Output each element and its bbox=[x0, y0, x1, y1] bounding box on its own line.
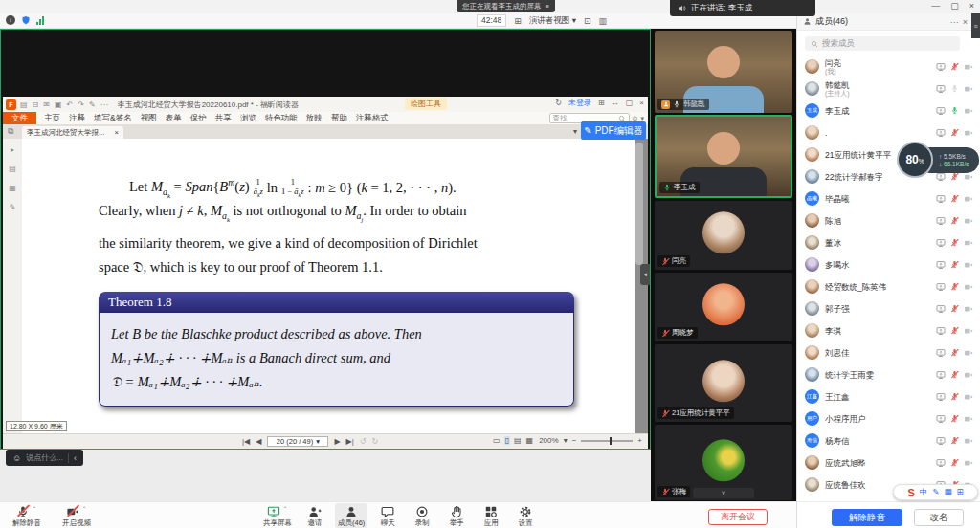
pdf-menu-tab[interactable]: 填写&签名 bbox=[94, 113, 132, 124]
tab-list-icon[interactable]: ⧉ bbox=[8, 126, 13, 137]
quick-icon[interactable]: ⊟ bbox=[33, 100, 39, 109]
toolbar-button[interactable]: ⌃ 解除静音 bbox=[10, 503, 44, 528]
sidebar-toggle[interactable]: ≡ bbox=[971, 13, 980, 38]
view-grid-icon[interactable]: ⊞ bbox=[514, 16, 522, 26]
next-page-button[interactable]: ▶ bbox=[334, 437, 340, 446]
tile-icon[interactable]: ⊞ bbox=[598, 99, 605, 107]
pdf-close-button[interactable]: × bbox=[639, 99, 644, 107]
pdf-maximize-button[interactable]: ▢ bbox=[626, 99, 634, 107]
unmute-button[interactable]: 解除静音 bbox=[832, 509, 902, 526]
member-row[interactable]: 多喝水 bbox=[797, 253, 980, 275]
member-row[interactable]: 闫亮 (我) bbox=[797, 55, 980, 77]
member-row[interactable]: 用户 小程序用户 bbox=[797, 407, 980, 429]
member-row[interactable]: . bbox=[797, 121, 980, 143]
performance-ball[interactable]: 80% bbox=[897, 142, 933, 178]
pdf-menu-tab[interactable]: 主页 bbox=[44, 113, 60, 124]
panel-collapse-handle[interactable]: ◂ bbox=[640, 264, 650, 285]
member-row[interactable]: 玉成 李玉成 bbox=[797, 99, 980, 121]
toolbar-button[interactable]: ⌃ 邀请 bbox=[301, 503, 329, 528]
member-row[interactable]: 经贸数统_陈英伟 bbox=[797, 275, 980, 297]
close-button[interactable]: × bbox=[969, 1, 974, 11]
sidebar-panel-icon[interactable]: ▤ bbox=[9, 165, 16, 173]
network-signal-icon[interactable] bbox=[36, 16, 44, 25]
member-search-input[interactable]: 搜索成员 bbox=[805, 36, 960, 51]
emoji-icon[interactable]: ☺ bbox=[12, 453, 21, 463]
prev-page-button[interactable]: ◀ bbox=[256, 437, 261, 446]
zoom-out-button[interactable]: − bbox=[572, 436, 577, 445]
menu-icon[interactable]: ≡ bbox=[546, 2, 549, 11]
toolbar-button[interactable]: ⌃ 举手 bbox=[442, 503, 471, 528]
toolbar-button[interactable]: ⌃ 聊天 bbox=[373, 503, 402, 528]
view-mode-dropdown[interactable]: 演讲者视图 ▾ bbox=[529, 15, 576, 27]
member-row[interactable]: 江鑫 王江鑫 bbox=[797, 385, 980, 407]
first-page-button[interactable]: |◀ bbox=[242, 437, 250, 446]
view-mode-icon[interactable]: ▯ bbox=[504, 436, 510, 445]
pdf-scrollbar-thumb[interactable] bbox=[635, 143, 643, 265]
pdf-menu-tab[interactable]: 共享 bbox=[215, 113, 232, 124]
options-chevron-icon[interactable]: ⌃ bbox=[81, 505, 86, 512]
pdf-menu-tab[interactable]: 注释格式 bbox=[356, 113, 389, 124]
options-chevron-icon[interactable]: ⌃ bbox=[32, 505, 36, 512]
video-thumbnail[interactable]: 张梅 ˅ bbox=[655, 425, 792, 500]
view-mode-icon[interactable]: ▦ bbox=[525, 436, 535, 445]
fullscreen-icon[interactable]: ⊡ bbox=[584, 16, 591, 26]
pdf-menu-tab[interactable]: 保护 bbox=[190, 113, 207, 124]
view-mode-icon[interactable]: ▭ bbox=[492, 436, 501, 445]
quick-icon[interactable]: ↶ bbox=[67, 100, 74, 109]
member-row[interactable]: 董冰 bbox=[797, 231, 980, 253]
leave-meeting-button[interactable]: 离开会议 bbox=[708, 509, 768, 525]
video-thumbnail[interactable]: 李玉成 ˅ bbox=[655, 115, 792, 198]
quick-icon[interactable]: ✉ bbox=[43, 100, 50, 109]
document-tab[interactable]: 李玉成河北经贸大学报... × bbox=[22, 126, 123, 139]
sidebar-panel-icon[interactable]: ✎ bbox=[10, 203, 16, 211]
quick-icon[interactable]: ✎ bbox=[89, 100, 96, 109]
sogou-logo[interactable]: S bbox=[907, 487, 914, 498]
last-page-button[interactable]: ▶| bbox=[346, 437, 354, 446]
ime-icon[interactable]: ✎ bbox=[932, 487, 939, 498]
quick-icon[interactable]: ▣ bbox=[55, 100, 62, 109]
security-shield-icon[interactable] bbox=[21, 15, 31, 25]
ime-icon[interactable]: ▦ bbox=[944, 487, 951, 498]
member-row[interactable]: 郭子强 bbox=[797, 297, 980, 319]
quick-icon[interactable]: ⋯ bbox=[100, 100, 108, 109]
login-link[interactable]: 未登录 bbox=[568, 98, 591, 108]
pdf-menu-tab[interactable]: 浏览 bbox=[240, 113, 256, 124]
pdf-menu-tab[interactable]: 视图 bbox=[141, 113, 157, 124]
prev-view-button[interactable]: ↺ bbox=[360, 437, 367, 446]
member-row[interactable]: 刘思佳 bbox=[797, 341, 980, 363]
ime-icon[interactable]: 中 bbox=[920, 487, 928, 498]
panel-close-icon[interactable]: × bbox=[963, 17, 968, 27]
toolbar-button[interactable]: ⌃ 开启视频 bbox=[59, 503, 94, 528]
pdf-editor-button[interactable]: ✎ PDF编辑器 bbox=[581, 121, 646, 140]
video-thumbnail[interactable]: 闫亮 ˅ bbox=[655, 201, 792, 270]
chat-quick-input[interactable]: ☺ 说点什么... ‹ bbox=[6, 450, 83, 466]
info-icon[interactable]: i bbox=[6, 15, 15, 25]
sync-icon[interactable]: ↻ bbox=[555, 99, 562, 107]
zoom-caret-icon[interactable]: ▾ bbox=[564, 436, 568, 445]
member-row[interactable]: 陈旭 bbox=[797, 209, 980, 231]
tab-overflow-caret[interactable]: ▾ bbox=[573, 127, 577, 136]
layout-icon[interactable]: ▥ bbox=[598, 16, 607, 26]
toolbar-button[interactable]: ⌃ 成员(46) bbox=[335, 503, 368, 528]
video-thumbnail[interactable]: 周晓梦 ˅ bbox=[655, 273, 792, 341]
video-thumbnail[interactable]: 韩懿凯 ˅ bbox=[655, 31, 792, 113]
member-row[interactable]: 韩懿凯 (主持人) bbox=[797, 77, 980, 99]
video-thumbnail[interactable]: 21应用统计黄平平 ˅ bbox=[655, 344, 792, 422]
toolbar-button[interactable]: ⌃ 录制 bbox=[408, 503, 436, 528]
view-mode-icon[interactable]: ▤ bbox=[513, 436, 523, 445]
member-row[interactable]: 寿信 杨寿信 bbox=[797, 429, 980, 451]
member-row[interactable]: 应统武旭晔 bbox=[797, 451, 980, 473]
ime-toolbar[interactable]: S 中✎▦⊞ bbox=[893, 484, 978, 500]
minimize-button[interactable]: — bbox=[931, 1, 940, 11]
panel-more-icon[interactable]: ··· bbox=[950, 17, 959, 27]
member-row[interactable]: 晶曦 毕晶曦 bbox=[797, 187, 980, 209]
ime-icon[interactable]: ⊞ bbox=[956, 487, 963, 498]
quick-icon[interactable]: ▤ bbox=[20, 100, 28, 109]
zoom-in-button[interactable]: + bbox=[637, 436, 642, 445]
maximize-button[interactable]: ▢ bbox=[950, 1, 959, 11]
options-chevron-icon[interactable]: ⌃ bbox=[282, 505, 287, 512]
page-number-input[interactable]: 20 (20 / 49)▾ bbox=[267, 436, 328, 447]
sidebar-panel-icon[interactable]: ▸ bbox=[11, 145, 14, 154]
pdf-menu-tab[interactable]: 帮助 bbox=[331, 113, 347, 124]
zoom-slider[interactable] bbox=[581, 440, 633, 442]
